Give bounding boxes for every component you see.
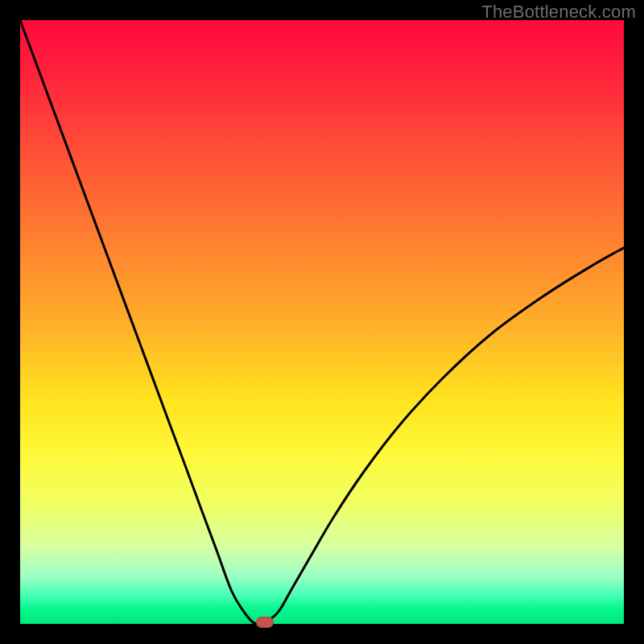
chart-frame: TheBottleneck.com	[0, 0, 644, 644]
bottleneck-curve	[20, 20, 624, 624]
optimal-point-marker	[256, 617, 274, 628]
plot-area	[20, 20, 624, 624]
